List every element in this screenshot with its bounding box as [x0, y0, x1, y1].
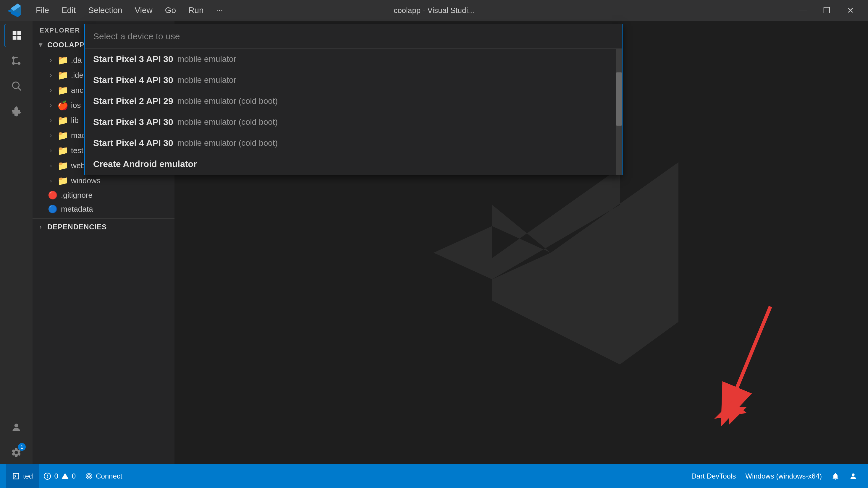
device-option-create-emulator[interactable]: Create Android emulator: [85, 154, 622, 175]
device-selector-dropdown: Start Pixel 3 API 30 mobile emulator Sta…: [84, 24, 623, 175]
svg-point-12: [47, 477, 48, 478]
svg-point-16: [852, 474, 855, 476]
chevron-right-icon: ›: [47, 132, 54, 139]
chevron-right-icon: ›: [47, 147, 54, 155]
menu-go[interactable]: Go: [160, 4, 181, 17]
device-type: mobile emulator (cold boot): [178, 117, 278, 127]
chevron-right-icon: ›: [47, 87, 54, 94]
git-icon: 🔴: [47, 191, 58, 200]
folder-label: lib: [71, 116, 79, 125]
window-controls: — ❐ ✕: [791, 0, 862, 21]
dart-devtools-label: Dart DevTools: [691, 472, 736, 480]
folder-icon: 🍎: [57, 100, 68, 110]
sidebar-item-account[interactable]: [4, 416, 28, 439]
device-name: Start Pixel 3 API 30: [93, 54, 173, 64]
search-wrapper: [85, 24, 622, 49]
device-type: mobile emulator: [178, 75, 236, 85]
device-type: mobile emulator (cold boot): [178, 138, 278, 148]
maximize-button[interactable]: ❐: [815, 0, 838, 21]
account-status-icon[interactable]: [844, 464, 862, 488]
status-right-items: Dart DevTools Windows (windows-x64): [687, 464, 862, 488]
folder-label: windows: [71, 176, 100, 185]
menu-selection[interactable]: Selection: [84, 4, 127, 17]
menu-view[interactable]: View: [130, 4, 157, 17]
sidebar-item-settings[interactable]: 1: [4, 441, 28, 464]
svg-point-5: [14, 424, 18, 427]
connect-button[interactable]: Connect: [81, 464, 127, 488]
dart-devtools-button[interactable]: Dart DevTools: [687, 464, 741, 488]
menu-more[interactable]: ···: [211, 4, 227, 17]
errors-indicator[interactable]: 0 0: [39, 464, 81, 488]
chevron-right-icon: ›: [37, 223, 44, 231]
notification-bell[interactable]: [827, 464, 844, 488]
sidebar-item-git[interactable]: [4, 49, 28, 72]
chevron-down-icon: ▼: [37, 41, 44, 49]
device-option-pixel3-30-cold[interactable]: Start Pixel 3 API 30 mobile emulator (co…: [85, 112, 622, 133]
menu-file[interactable]: File: [31, 4, 54, 17]
sidebar-item-search[interactable]: [4, 74, 28, 98]
error-count: 0: [54, 472, 58, 480]
titlebar: File Edit Selection View Go Run ··· cool…: [0, 0, 868, 21]
terminal-label: ted: [23, 472, 33, 480]
chevron-right-icon: ›: [47, 71, 54, 79]
device-name: Start Pixel 4 API 30: [93, 138, 173, 148]
chevron-right-icon: ›: [47, 177, 54, 185]
device-search-input[interactable]: [85, 24, 622, 48]
folder-icon: 📁: [57, 175, 68, 186]
activity-bar: 1: [0, 21, 33, 464]
warning-count: 0: [72, 472, 76, 480]
menu-edit[interactable]: Edit: [57, 4, 81, 17]
folder-label: .ide: [71, 71, 84, 80]
file-label: metadata: [61, 204, 93, 214]
device-name: Start Pixel 3 API 30: [93, 117, 173, 127]
close-button[interactable]: ✕: [838, 0, 862, 21]
folder-icon: 📁: [57, 161, 68, 171]
folder-label: web: [71, 161, 85, 170]
platform-label: Windows (windows-x64): [745, 472, 822, 480]
app-logo: [6, 2, 22, 19]
project-name: COOLAPP: [47, 41, 85, 49]
file-label: .gitignore: [61, 191, 93, 200]
menu-run[interactable]: Run: [184, 4, 208, 17]
chevron-right-icon: ›: [47, 117, 54, 124]
sidebar-item-explorer[interactable]: [4, 24, 28, 47]
chevron-right-icon: ›: [47, 57, 54, 64]
device-option-pixel4-30-cold[interactable]: Start Pixel 4 API 30 mobile emulator (co…: [85, 133, 622, 154]
folder-label: test: [71, 146, 84, 155]
window-title: coolapp - Visual Studi...: [394, 6, 474, 15]
connect-label: Connect: [96, 472, 122, 480]
svg-point-2: [12, 62, 15, 65]
device-name: Start Pixel 4 API 30: [93, 75, 173, 85]
device-option-pixel3-30[interactable]: Start Pixel 3 API 30 mobile emulator: [85, 49, 622, 70]
list-item[interactable]: 🔴 .gitignore: [33, 188, 175, 202]
folder-label: anc: [71, 86, 84, 95]
dependencies-section[interactable]: › DEPENDENCIES: [33, 219, 175, 235]
settings-badge: 1: [18, 443, 26, 451]
minimize-button[interactable]: —: [791, 0, 815, 21]
scrollbar-thumb[interactable]: [616, 72, 622, 126]
device-type: mobile emulator: [178, 54, 236, 64]
folder-icon: 📁: [57, 115, 68, 126]
dropdown-scrollbar[interactable]: [616, 49, 622, 175]
list-item[interactable]: 🔵 metadata: [33, 202, 175, 216]
folder-label: ios: [71, 101, 81, 110]
dart-icon: 🔵: [47, 204, 58, 214]
status-bar: ted 0 0 Connect Dart DevTools Windows (w…: [0, 464, 868, 488]
svg-line-4: [18, 88, 21, 91]
device-option-pixel2-29[interactable]: Start Pixel 2 API 29 mobile emulator (co…: [85, 91, 622, 112]
svg-point-3: [12, 82, 19, 88]
sidebar-item-extensions[interactable]: [4, 99, 28, 123]
folder-icon: 📁: [57, 85, 68, 95]
chevron-right-icon: ›: [47, 102, 54, 109]
platform-indicator[interactable]: Windows (windows-x64): [741, 464, 827, 488]
device-name: Create Android emulator: [93, 159, 197, 169]
folder-icon: 📁: [57, 55, 68, 65]
list-item[interactable]: › 📁 windows: [33, 173, 175, 188]
device-option-pixel4-30[interactable]: Start Pixel 4 API 30 mobile emulator: [85, 70, 622, 91]
terminal-button[interactable]: ted: [6, 464, 39, 488]
chevron-right-icon: ›: [47, 162, 54, 170]
svg-point-13: [88, 476, 90, 477]
folder-icon: 📁: [57, 145, 68, 156]
folder-icon: 📁: [57, 70, 68, 80]
device-name: Start Pixel 2 API 29: [93, 96, 173, 106]
